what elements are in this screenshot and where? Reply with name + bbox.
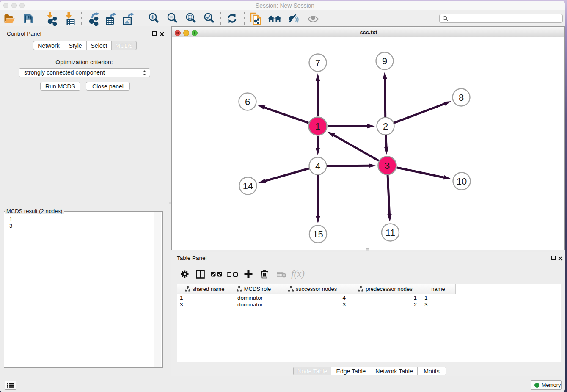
svg-text:2: 2 xyxy=(383,121,388,132)
svg-text:8: 8 xyxy=(459,92,464,103)
svg-text:4: 4 xyxy=(315,161,320,171)
svg-text:10: 10 xyxy=(457,176,467,187)
svg-text:6: 6 xyxy=(245,97,250,107)
svg-text:1: 1 xyxy=(315,121,320,132)
svg-text:7: 7 xyxy=(315,58,320,68)
svg-text:14: 14 xyxy=(243,181,253,191)
svg-text:3: 3 xyxy=(385,160,390,171)
svg-text:9: 9 xyxy=(382,56,387,66)
svg-text:11: 11 xyxy=(385,227,395,238)
svg-text:15: 15 xyxy=(313,229,323,240)
